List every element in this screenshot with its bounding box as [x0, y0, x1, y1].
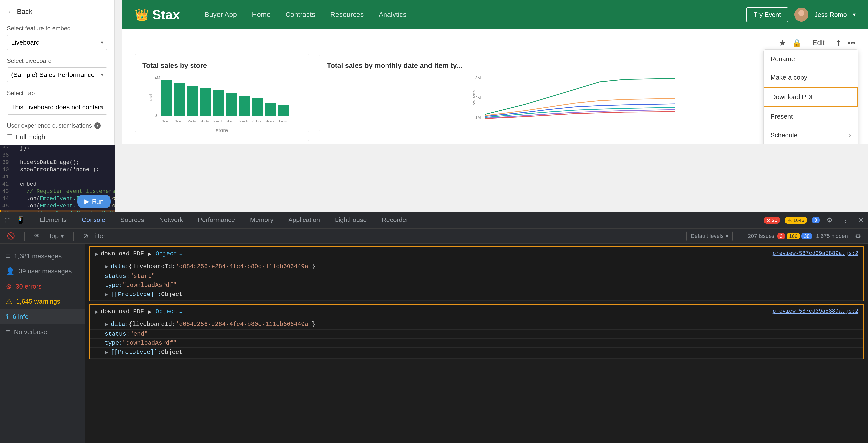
share-icon[interactable]: ⬆ — [835, 39, 842, 47]
expand-data-icon-2[interactable]: ▶ — [105, 321, 108, 328]
top-context-selector[interactable]: top ▾ — [48, 230, 66, 242]
expand-icon-1[interactable]: ▶ — [95, 250, 98, 258]
tab-sources[interactable]: Sources — [113, 212, 152, 229]
lock-icon[interactable]: 🔒 — [792, 39, 801, 47]
sidebar-errors[interactable]: ⊗ 30 errors — [0, 279, 85, 294]
context-menu: Rename Make a copy Download PDF Present … — [763, 49, 858, 144]
tab-recorder[interactable]: Recorder — [374, 212, 416, 229]
line-number: 45 — [0, 203, 13, 209]
menu-schedule-label: Schedule — [771, 131, 798, 139]
menu-schedule[interactable]: Schedule › — [764, 126, 858, 144]
svg-text:Monta...: Monta... — [200, 120, 211, 123]
full-height-option[interactable]: Full Height — [7, 133, 107, 141]
menu-download-pdf[interactable]: Download PDF — [764, 87, 858, 107]
back-label: Back — [17, 8, 32, 16]
info-label: 6 info — [13, 313, 29, 321]
nav-links: Buyer App Home Contracts Resources Analy… — [205, 11, 407, 19]
tab-network[interactable]: Network — [152, 212, 190, 229]
full-height-checkbox[interactable] — [7, 134, 12, 140]
issues-settings-icon[interactable]: ⚙ — [853, 230, 863, 242]
clear-console-icon[interactable]: 🚫 — [5, 230, 17, 242]
svg-rect-8 — [187, 86, 198, 116]
left-panel: ← Back Select feature to embed Liveboard… — [0, 0, 115, 144]
stax-logo: 👑 Stax — [135, 7, 180, 22]
expand-proto-icon-1[interactable]: ▶ — [105, 291, 108, 298]
sidebar-verbose[interactable]: ≡ No verbose — [0, 325, 85, 339]
file-ref-1[interactable]: preview-587cd39a5889a.js:2 — [773, 250, 858, 257]
sidebar-user-messages[interactable]: 👤 39 user messages — [0, 264, 85, 279]
all-messages-label: 1,681 messages — [14, 252, 62, 260]
nav-home[interactable]: Home — [252, 11, 271, 19]
console-entry-2: ▶ download PDF ▶ Object i preview-587cd3… — [90, 305, 863, 319]
nav-resources[interactable]: Resources — [331, 11, 364, 19]
sidebar-all-messages[interactable]: ≡ 1,681 messages — [0, 249, 85, 264]
line-content: showErrorBanner('none'); — [13, 167, 99, 173]
devtools-close-icon[interactable]: ✕ — [856, 214, 866, 226]
select-feature-label: Select feature to embed — [7, 25, 107, 32]
issues-hidden-text: 1,675 hidden — [816, 233, 848, 239]
file-ref-2[interactable]: preview-587cd39a5889a.js:2 — [773, 308, 858, 314]
svg-text:4M: 4M — [155, 76, 160, 80]
menu-rename[interactable]: Rename — [764, 49, 858, 68]
user-dropdown-icon[interactable]: ▾ — [853, 11, 856, 18]
back-button[interactable]: ← Back — [7, 7, 32, 16]
nav-contracts[interactable]: Contracts — [285, 11, 315, 19]
edit-button[interactable]: Edit — [807, 37, 829, 49]
verbose-label: No verbose — [14, 328, 47, 336]
try-event-button[interactable]: Try Event — [746, 7, 788, 22]
nav-analytics[interactable]: Analytics — [378, 11, 406, 19]
filter-button[interactable]: ⊘ Filter — [81, 230, 107, 242]
issues-label: 207 Issues: 3 166 38 1,675 hidden — [748, 233, 848, 239]
feature-select[interactable]: Liveboard — [7, 35, 107, 50]
nav-right: Try Event Jess Romo ▾ — [746, 7, 856, 22]
nav-buyer-app[interactable]: Buyer App — [205, 11, 237, 19]
sales-by-store-card: Total sales by store 4M 0 Total ... — [135, 54, 309, 132]
devtools-device-icon[interactable]: 📱 — [14, 214, 27, 226]
expand-data-icon-1[interactable]: ▶ — [105, 263, 108, 270]
schedule-arrow-icon: › — [849, 132, 851, 139]
menu-make-copy[interactable]: Make a copy — [764, 68, 858, 87]
tab-elements[interactable]: Elements — [32, 212, 74, 229]
info-icon-sidebar: ℹ — [6, 313, 9, 321]
liveboard-select[interactable]: (Sample) Sales Performance — [7, 67, 107, 82]
sidebar-info[interactable]: ℹ 6 info — [0, 309, 85, 325]
select-liveboard-label: Select Liveboard — [7, 57, 107, 64]
menu-present[interactable]: Present — [764, 107, 858, 126]
console-eye-icon[interactable]: 👁 — [32, 230, 43, 242]
tab-lighthouse[interactable]: Lighthouse — [328, 212, 374, 229]
tab-console[interactable]: Console — [74, 212, 113, 229]
more-options-icon[interactable]: ••• — [847, 39, 856, 47]
x-axis-label: store — [143, 127, 302, 134]
svg-point-1 — [799, 10, 804, 16]
console-sub-2-status: status: "end" — [90, 330, 863, 339]
code-line-41: 41 — [0, 173, 115, 181]
tab-select[interactable]: This Liveboard does not contain tabs — [7, 100, 107, 114]
object-label-1[interactable]: Object — [156, 250, 177, 257]
expand-icon-2[interactable]: ▶ — [95, 308, 98, 315]
devtools-settings-icon[interactable]: ⚙ — [825, 214, 835, 226]
code-line-37: 37 }); — [0, 144, 115, 152]
devtools-more-icon[interactable]: ⋮ — [840, 214, 851, 226]
back-arrow-icon: ← — [7, 7, 14, 16]
run-button[interactable]: ▶ Run — [77, 195, 111, 208]
code-line-42: 42 embed — [0, 181, 115, 188]
charts-row: Total sales by store 4M 0 Total ... — [135, 54, 856, 132]
console-sub-2-proto: ▶ [[Prototype]]: Object — [90, 348, 863, 359]
sidebar-warnings[interactable]: ⚠ 1,645 warnings — [0, 294, 85, 309]
devtools-toolbar: 🚫 👁 top ▾ ⊘ Filter Default levels ▾ 207 … — [0, 229, 868, 244]
expand-proto-icon-2[interactable]: ▶ — [105, 348, 108, 356]
tab-memory[interactable]: Memory — [242, 212, 281, 229]
devtools-inspect-icon[interactable]: ⬚ — [2, 214, 13, 226]
tab-performance[interactable]: Performance — [190, 212, 243, 229]
line-content: .on(EmbedEvent.DownloadAsPdf, payload =>… — [14, 210, 115, 212]
issues-red-badge: 3 — [777, 233, 785, 239]
object-label-2[interactable]: Object — [156, 308, 177, 315]
line-number: 43 — [0, 189, 13, 195]
default-levels-button[interactable]: Default levels ▾ — [686, 231, 733, 241]
tab-application[interactable]: Application — [281, 212, 328, 229]
info-icon: i — [94, 122, 101, 129]
star-icon[interactable]: ★ — [779, 38, 786, 48]
warning-icon: ⚠ — [6, 298, 12, 306]
svg-text:2M: 2M — [475, 96, 481, 100]
console-entry-1: ▶ download PDF ▶ Object i preview-587cd3… — [90, 247, 863, 261]
